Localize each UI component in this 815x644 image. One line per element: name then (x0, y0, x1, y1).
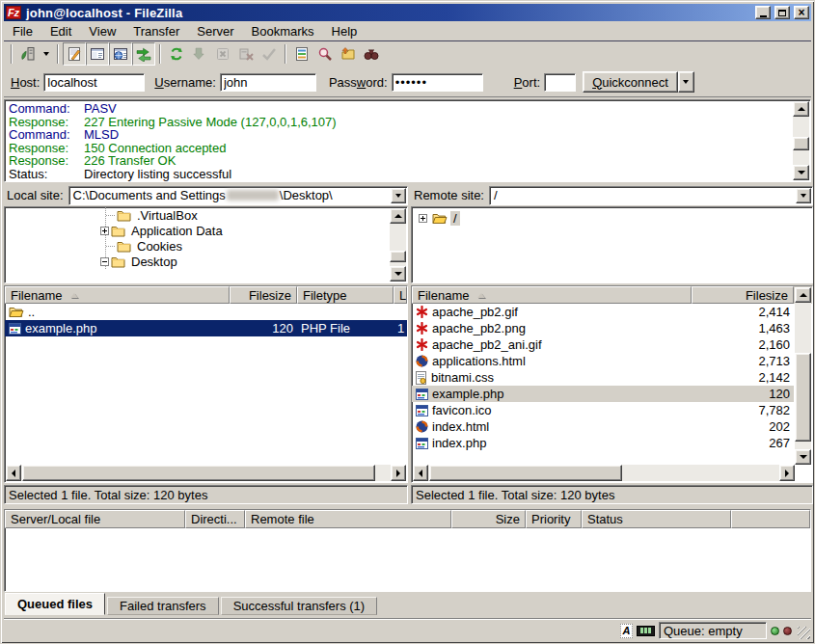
synchronized-browsing-button[interactable] (360, 42, 383, 66)
file-row[interactable]: apache_pb2.gif 2,414 (412, 304, 794, 320)
scroll-thumb[interactable] (795, 353, 811, 442)
tree-item[interactable]: Cookies (5, 238, 407, 254)
expand-icon[interactable] (419, 214, 427, 223)
quickconnect-button[interactable]: Quickconnect (583, 71, 678, 93)
tab-queued-files[interactable]: Queued files (5, 593, 105, 615)
local-site-combo[interactable]: C:\Documents and Settings\Desktop\ (68, 186, 408, 205)
file-search-button[interactable] (313, 42, 337, 66)
column-header-filesize[interactable]: Filesize (692, 286, 794, 304)
status-bar: A Queue: empty (4, 618, 811, 642)
column-header-size[interactable]: Size (451, 510, 526, 528)
column-header-filetype[interactable]: Filetype (297, 286, 394, 304)
titlebar[interactable]: Fz john@localhost - FileZilla × (4, 4, 811, 21)
tree-item-root[interactable]: / (412, 210, 812, 226)
file-row-selected[interactable]: example.php 120 PHP File 1 (5, 320, 407, 336)
column-header-direction[interactable]: Directi... (185, 510, 245, 528)
scroll-thumb[interactable] (390, 251, 406, 262)
remote-site-dropdown-button[interactable] (796, 188, 811, 203)
tab-failed-transfers[interactable]: Failed transfers (107, 597, 219, 615)
column-header-status[interactable]: Status (582, 510, 731, 528)
local-site-dropdown-button[interactable] (391, 188, 406, 203)
scroll-down-button[interactable] (795, 449, 811, 465)
speed-limit-icon[interactable] (637, 626, 655, 636)
scroll-up-button[interactable] (795, 287, 811, 303)
log-type: Command: (9, 128, 84, 142)
site-manager-button[interactable] (16, 42, 40, 66)
file-row[interactable]: apache_pb2_ani.gif 2,160 (412, 336, 794, 353)
menu-server[interactable]: Server (188, 22, 242, 40)
refresh-button[interactable] (165, 42, 188, 66)
site-manager-dropdown-button[interactable] (40, 42, 53, 66)
scroll-thumb[interactable] (793, 137, 809, 150)
username-input[interactable] (220, 73, 316, 92)
log-scrollbar[interactable] (793, 101, 809, 180)
maximize-button[interactable] (774, 6, 790, 19)
file-row-parent-dir[interactable]: .. (5, 304, 407, 320)
local-tree-scrollbar[interactable] (390, 208, 406, 282)
column-header-filename[interactable]: Filename (5, 286, 230, 304)
scroll-down-button[interactable] (390, 266, 406, 282)
quickconnect-dropdown-button[interactable] (678, 71, 694, 93)
scroll-thumb[interactable] (429, 465, 622, 481)
port-input[interactable] (544, 73, 576, 92)
menu-edit[interactable]: Edit (41, 22, 80, 40)
file-row[interactable]: bitnami.css 2,142 (412, 369, 794, 386)
filter-button[interactable] (290, 42, 313, 66)
file-row[interactable]: applications.html 2,713 (412, 353, 794, 369)
menu-help[interactable]: Help (323, 22, 367, 40)
chevron-down-icon (43, 52, 49, 56)
column-header-filename[interactable]: Filename (412, 286, 692, 304)
collapse-icon[interactable] (100, 257, 109, 266)
scroll-up-button[interactable] (793, 101, 809, 117)
column-header-server-local-file[interactable]: Server/Local file (5, 510, 185, 528)
toggle-transfer-queue-button[interactable] (132, 42, 155, 66)
compare-directories-button[interactable] (337, 42, 360, 66)
remote-list-vscrollbar[interactable] (795, 287, 811, 465)
tab-successful-transfers[interactable]: Successful transfers (1) (221, 597, 378, 615)
password-input[interactable] (392, 73, 483, 92)
column-header-priority[interactable]: Priority (526, 510, 582, 528)
remote-site-combo[interactable]: / (489, 186, 813, 205)
scroll-right-button[interactable] (391, 465, 406, 481)
menu-bookmarks[interactable]: Bookmarks (243, 22, 323, 40)
tree-item[interactable]: Application Data (5, 223, 407, 238)
column-header-remote-file[interactable]: Remote file (245, 510, 451, 528)
file-row[interactable]: index.html 202 (412, 418, 794, 435)
column-header-lastmodified[interactable]: L (394, 286, 407, 304)
scroll-left-button[interactable] (413, 465, 428, 481)
scroll-thumb[interactable] (22, 465, 375, 481)
css-file-icon (416, 371, 427, 385)
remote-list-hscrollbar[interactable] (413, 465, 795, 481)
filezilla-logo-icon[interactable]: Fz (6, 6, 21, 19)
scroll-right-button[interactable] (779, 465, 795, 481)
toggle-message-log-button[interactable] (63, 42, 86, 66)
local-list-hscrollbar[interactable] (6, 465, 406, 481)
file-row-selected[interactable]: example.php 120 (412, 386, 794, 402)
host-input[interactable] (43, 73, 145, 92)
message-log-icon (67, 46, 82, 62)
close-button[interactable]: × (794, 6, 809, 19)
minimize-button[interactable] (755, 6, 771, 19)
menu-transfer[interactable]: Transfer (124, 22, 188, 40)
process-queue-button[interactable] (188, 42, 211, 66)
file-row[interactable]: favicon.ico 7,782 (412, 402, 794, 418)
data-type-indicator-icon[interactable]: A (620, 624, 633, 638)
tree-item[interactable]: .VirtualBox (5, 207, 407, 223)
scroll-up-button[interactable] (390, 208, 406, 224)
toggle-remote-tree-button[interactable] (109, 42, 132, 66)
tree-item[interactable]: Desktop (5, 254, 407, 269)
file-row[interactable]: index.php 267 (412, 435, 794, 451)
file-row[interactable]: apache_pb2.png 1,463 (412, 320, 794, 336)
folder-icon (117, 240, 131, 253)
column-header-filesize[interactable]: Filesize (230, 286, 297, 304)
resize-grip[interactable] (798, 627, 810, 639)
disconnect-button[interactable] (234, 42, 258, 66)
cancel-operation-button[interactable] (211, 42, 234, 66)
toggle-local-tree-button[interactable] (86, 42, 109, 66)
menu-file[interactable]: File (4, 22, 41, 40)
scroll-left-button[interactable] (6, 465, 21, 481)
menu-view[interactable]: View (80, 22, 124, 40)
expand-icon[interactable] (100, 227, 109, 235)
recursive-operation-button[interactable] (258, 42, 281, 66)
scroll-down-button[interactable] (793, 165, 809, 180)
